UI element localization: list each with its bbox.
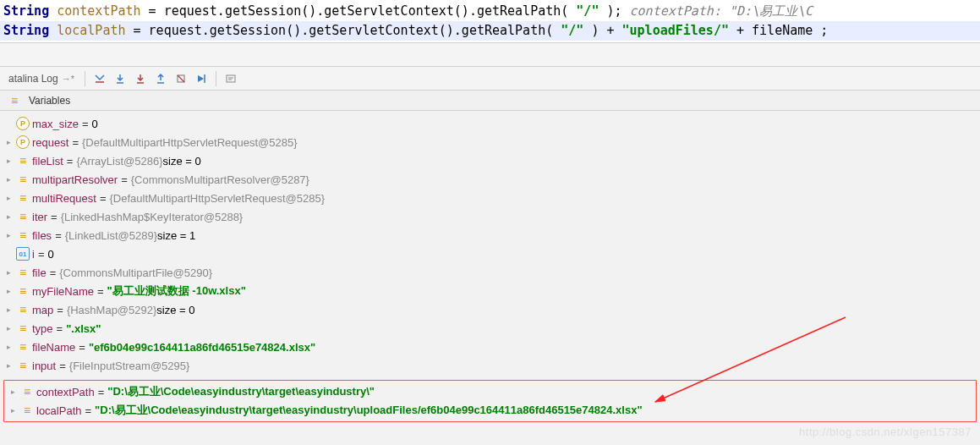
- expand-arrow-icon[interactable]: ▸: [8, 406, 18, 415]
- int-icon: 01: [16, 247, 30, 261]
- keyword-type: String: [3, 3, 49, 19]
- variable-row[interactable]: Pmax_size = 0: [0, 114, 980, 133]
- variable-value: {LinkedList@5289}: [65, 229, 157, 242]
- expand-arrow-icon[interactable]: ▸: [3, 194, 14, 202]
- variable-value: "D:\易工业\Code\easyindustry\target\easyind…: [107, 384, 375, 399]
- variable-row[interactable]: ▸≡type = ".xlsx": [0, 319, 980, 338]
- expand-arrow-icon[interactable]: ▸: [3, 175, 14, 184]
- variables-panel-header[interactable]: ≡ Variables: [0, 91, 980, 111]
- variable-name: fileName: [32, 341, 75, 354]
- expand-arrow-icon[interactable]: ▸: [8, 387, 18, 396]
- object-icon: ≡: [16, 340, 30, 354]
- object-icon: ≡: [16, 191, 30, 205]
- variable-row[interactable]: ▸≡myFileName = "易工业测试数据 -10w.xlsx": [0, 282, 980, 300]
- variable-name: max_size: [32, 118, 79, 130]
- object-icon: ≡: [16, 359, 30, 372]
- variable-name: iter: [32, 211, 47, 223]
- variables-list[interactable]: Pmax_size = 0▸Prequest = {DefaultMultipa…: [0, 111, 980, 378]
- variable-value: "易工业测试数据 -10w.xlsx": [107, 283, 246, 299]
- primitive-icon: P: [16, 117, 30, 130]
- variable-row[interactable]: ▸≡fileList = {ArrayList@5286} size = 0: [0, 151, 980, 170]
- variable-row[interactable]: 01i = 0: [0, 244, 980, 263]
- log-tab[interactable]: atalina Log →*: [3, 73, 79, 85]
- variables-icon: ≡: [8, 94, 21, 107]
- object-icon: ≡: [16, 303, 30, 316]
- step-out-button[interactable]: [151, 69, 170, 88]
- code-editor[interactable]: String contextPath = request.getSession(…: [0, 0, 980, 43]
- expand-arrow-icon[interactable]: ▸: [3, 212, 14, 221]
- expand-arrow-icon[interactable]: ▸: [3, 268, 14, 277]
- expand-arrow-icon[interactable]: ▸: [3, 138, 14, 146]
- object-icon: ≡: [16, 210, 30, 223]
- variable-name: contextPath: [57, 3, 140, 19]
- variable-row[interactable]: ▸≡multipartResolver = {CommonsMultipartR…: [0, 170, 980, 189]
- variable-value: {ArrayList@5286}: [76, 155, 162, 168]
- variable-value: 0: [47, 248, 53, 261]
- expand-arrow-icon[interactable]: ▸: [3, 305, 14, 314]
- variable-row[interactable]: ▸≡file = {CommonsMultipartFile@5290}: [0, 263, 980, 282]
- variable-name: contextPath: [36, 386, 95, 398]
- step-into-button[interactable]: [111, 69, 129, 88]
- expand-arrow-icon[interactable]: ▸: [3, 343, 14, 351]
- variable-row[interactable]: ▸≡fileName = "ef6b04e99c164411a86fd46515…: [0, 338, 980, 356]
- variable-name: request: [32, 136, 68, 149]
- code-line-2-current[interactable]: String localPath = request.getSession().…: [0, 21, 980, 41]
- variable-value: {DefaultMultipartHttpServletRequest@5285…: [109, 192, 325, 205]
- svg-line-4: [178, 75, 184, 82]
- object-icon: ≡: [16, 228, 30, 242]
- variable-name: map: [32, 304, 53, 316]
- expand-arrow-icon[interactable]: ▸: [3, 361, 14, 370]
- expand-arrow-icon[interactable]: ▸: [3, 231, 14, 239]
- expand-arrow-icon[interactable]: ▸: [3, 287, 14, 295]
- variable-name: localPath: [57, 23, 125, 38]
- expand-arrow-icon[interactable]: ▸: [3, 157, 14, 165]
- primitive-icon: P: [16, 135, 30, 149]
- panel-gap: [0, 43, 980, 67]
- variable-value: {LinkedHashMap$KeyIterator@5288}: [61, 211, 244, 223]
- variable-name: multiRequest: [32, 192, 96, 205]
- highlighted-variables-box: ▸≡contextPath = "D:\易工业\Code\easyindustr…: [3, 380, 977, 422]
- variable-name: files: [32, 229, 52, 242]
- variable-row[interactable]: ▸≡iter = {LinkedHashMap$KeyIterator@5288…: [0, 207, 980, 226]
- variable-name: type: [32, 322, 53, 335]
- variable-name: input: [32, 360, 56, 372]
- run-to-cursor-button[interactable]: [192, 69, 211, 88]
- drop-frame-button[interactable]: [172, 69, 190, 88]
- separator: [85, 71, 85, 86]
- variable-row[interactable]: ▸≡files = {LinkedList@5289} size = 1: [0, 226, 980, 244]
- evaluate-expression-button[interactable]: [222, 69, 240, 88]
- expand-arrow-icon[interactable]: ▸: [3, 324, 14, 332]
- step-over-button[interactable]: [90, 69, 109, 88]
- code-line-1[interactable]: String contextPath = request.getSession(…: [0, 2, 980, 21]
- force-step-into-button[interactable]: [131, 69, 150, 88]
- variable-value: {DefaultMultipartHttpServletRequest@5285…: [82, 136, 298, 149]
- variable-row[interactable]: ▸≡map = {HashMap@5292} size = 0: [0, 300, 980, 319]
- variable-row[interactable]: ▸≡multiRequest = {DefaultMultipartHttpSe…: [0, 189, 980, 207]
- keyword-type: String: [3, 23, 49, 38]
- variable-value: {CommonsMultipartResolver@5287}: [131, 173, 309, 186]
- variable-name: file: [32, 266, 47, 279]
- object-icon: ≡: [16, 154, 30, 168]
- variable-value: "ef6b04e99c164411a86fd46515e74824.xlsx": [89, 341, 315, 354]
- object-icon: ≡: [16, 321, 30, 335]
- pin-icon: →*: [62, 74, 74, 84]
- variable-row[interactable]: ▸Prequest = {DefaultMultipartHttpServlet…: [0, 133, 980, 151]
- svg-rect-6: [227, 75, 235, 82]
- variable-value: {HashMap@5292}: [67, 304, 156, 316]
- variable-name: multipartResolver: [32, 173, 118, 186]
- variable-value: "D:\易工业\Code\easyindustry\target\easyind…: [95, 403, 642, 418]
- variable-row[interactable]: ▸≡contextPath = "D:\易工业\Code\easyindustr…: [4, 382, 976, 401]
- variable-value: {CommonsMultipartFile@5290}: [59, 266, 212, 279]
- variable-value: ".xlsx": [66, 322, 101, 335]
- object-icon: ≡: [16, 173, 30, 186]
- variable-row[interactable]: ▸≡input = {FileInputStream@5295}: [0, 356, 980, 375]
- variable-row[interactable]: ▸≡localPath = "D:\易工业\Code\easyindustry\…: [4, 401, 976, 420]
- variable-value: {FileInputStream@5295}: [69, 360, 190, 372]
- watermark-text: http://blog.csdn.net/xlgen157387: [799, 426, 972, 438]
- variable-name: myFileName: [32, 285, 94, 298]
- object-icon: ≡: [16, 284, 30, 298]
- object-icon: ≡: [20, 404, 34, 417]
- object-icon: ≡: [16, 266, 30, 279]
- variable-name: localPath: [36, 404, 81, 417]
- variable-value: 0: [92, 118, 98, 130]
